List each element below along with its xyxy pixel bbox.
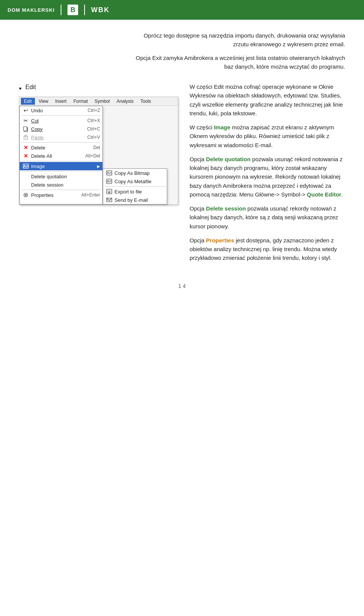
menu-item-properties[interactable]: Properties Alt+Enter xyxy=(20,191,102,199)
menu-item-paste[interactable]: Paste Ctrl+V xyxy=(20,133,102,141)
export-icon xyxy=(105,188,113,195)
logo-wbk-text: WBK xyxy=(91,6,110,14)
menu-item-properties-shortcut: Alt+Enter xyxy=(81,192,100,198)
submenu-arrow: ▶ xyxy=(97,164,100,168)
submenu-item-copy-metafile[interactable]: Copy As Metafile xyxy=(103,177,167,185)
right-p3: Opcja Delete quotation pozwala usunąć re… xyxy=(190,155,345,199)
submenu-item-email-label: Send by E-mail xyxy=(115,197,148,203)
menu-screenshot: Edit View Insert Format Symbol Analysis … xyxy=(19,97,178,205)
separator1 xyxy=(21,115,101,116)
menu-item-delete-session[interactable]: Delete session xyxy=(20,181,102,189)
menu-bar-insert[interactable]: Insert xyxy=(52,98,69,105)
svg-rect-8 xyxy=(107,171,112,175)
intro-p1: Oprócz tego dostępne są narzędzia import… xyxy=(133,31,345,49)
submenu-item-copy-bitmap[interactable]: Copy As Bitmap xyxy=(103,169,167,177)
svg-rect-10 xyxy=(107,179,112,184)
menu-item-copy[interactable]: Copy Ctrl+C xyxy=(20,125,102,133)
menu-item-delete[interactable]: ✕ Delete Del xyxy=(20,143,102,152)
paste-icon xyxy=(22,134,30,141)
menu-item-delete-shortcut: Del xyxy=(93,145,100,150)
menu-item-undo-label: Undo xyxy=(31,108,76,113)
copy-bitmap-icon xyxy=(105,169,113,177)
menu-item-paste-shortcut: Ctrl+V xyxy=(87,135,100,140)
menu-item-undo-shortcut: Ctrl+Z xyxy=(88,108,100,113)
intro-p2: Opcja Exit zamyka Amibrokera a wcześniej… xyxy=(133,53,345,71)
dropdown-area: ↩ Undo Ctrl+Z ✂ Cut Ctrl+X xyxy=(19,106,178,204)
image-icon xyxy=(22,162,30,170)
header: DOM MAKLERSKI B WBK xyxy=(0,0,364,20)
menu-item-cut-shortcut: Ctrl+X xyxy=(87,118,100,123)
submenu-separator xyxy=(105,186,165,187)
deleteall-icon: ✕ xyxy=(22,152,30,160)
menu-item-image[interactable]: Image ▶ xyxy=(20,162,102,170)
submenu-item-copy-bitmap-label: Copy As Bitmap xyxy=(115,170,150,176)
bullet: • xyxy=(19,85,22,92)
logo-divider2 xyxy=(84,5,85,15)
menu-item-properties-label: Properties xyxy=(31,192,70,198)
dropdown-menu: ↩ Undo Ctrl+Z ✂ Cut Ctrl+X xyxy=(19,106,103,204)
email-icon xyxy=(105,196,113,204)
menu-item-cut[interactable]: ✂ Cut Ctrl+X xyxy=(20,116,102,125)
main-content: Oprócz tego dostępne są narzędzia import… xyxy=(0,20,364,312)
menu-item-deleteall-label: Delete All xyxy=(31,153,74,159)
menu-bar-symbol[interactable]: Symbol xyxy=(92,98,113,105)
right-p2: W części Image można zapisać zrzut ekran… xyxy=(190,123,345,149)
submenu: Copy As Bitmap Copy As Metafile xyxy=(103,168,167,204)
logo-b: B xyxy=(67,5,78,15)
separator2 xyxy=(21,142,101,143)
menu-bar-analysis[interactable]: Analysis xyxy=(114,98,137,105)
right-text: W części Edit można cofnąć operacje wyko… xyxy=(190,82,345,268)
menu-item-delete-session-label: Delete session xyxy=(31,182,100,188)
separator4 xyxy=(21,171,101,171)
right-p4: Opcja Delete session pozwala usunąć reko… xyxy=(190,204,345,231)
delete-quotation-icon xyxy=(22,173,30,180)
menu-item-paste-label: Paste xyxy=(31,135,76,140)
separator3 xyxy=(21,161,101,161)
copy-metafile-icon xyxy=(105,178,113,185)
menu-item-delete-label: Delete xyxy=(31,145,82,151)
submenu-item-export[interactable]: Export to file xyxy=(103,187,167,196)
menu-item-deleteall[interactable]: ✕ Delete All Alt+Del xyxy=(20,152,102,160)
svg-rect-3 xyxy=(25,135,27,137)
menu-bar-view[interactable]: View xyxy=(36,98,52,105)
footer: 1 4 xyxy=(19,283,345,297)
edit-section: • Edit Edit View Insert Format Symbol An… xyxy=(19,82,345,268)
intro-text-block: Oprócz tego dostępne są narzędzia import… xyxy=(133,31,345,71)
menu-item-copy-shortcut: Ctrl+C xyxy=(87,126,100,132)
menu-bar-tools[interactable]: Tools xyxy=(137,98,154,105)
delete-icon: ✕ xyxy=(22,144,30,151)
edit-bullet-area: • Edit xyxy=(19,82,49,92)
copy-icon xyxy=(22,125,30,133)
menu-bar-format[interactable]: Format xyxy=(71,98,91,105)
logo-dom-text: DOM MAKLERSKI xyxy=(8,7,55,13)
right-p5: Opcja Properties jest dostępna, gdy zazn… xyxy=(190,236,345,262)
menu-item-deleteall-shortcut: Alt+Del xyxy=(85,153,100,159)
svg-point-9 xyxy=(108,172,108,173)
svg-point-7 xyxy=(25,194,27,196)
submenu-wrapper: Copy As Bitmap Copy As Metafile xyxy=(103,168,167,204)
properties-icon xyxy=(22,191,30,199)
logo-divider xyxy=(61,5,61,15)
menu-item-delete-quotation-label: Delete quotation xyxy=(31,174,100,179)
delete-session-icon xyxy=(22,181,30,189)
menu-item-image-label: Image xyxy=(31,163,63,169)
page-number: 1 4 xyxy=(178,283,185,289)
separator5 xyxy=(21,190,101,190)
menu-item-undo[interactable]: ↩ Undo Ctrl+Z xyxy=(20,106,102,115)
menu-item-delete-quotation[interactable]: Delete quotation xyxy=(20,172,102,181)
edit-label: Edit xyxy=(25,84,36,91)
svg-point-11 xyxy=(108,180,108,181)
submenu-item-email[interactable]: Send by E-mail xyxy=(103,196,167,204)
svg-rect-1 xyxy=(24,127,27,131)
logo: DOM MAKLERSKI B WBK xyxy=(8,5,110,15)
svg-point-5 xyxy=(24,165,25,166)
menu-item-copy-label: Copy xyxy=(31,126,76,132)
menu-item-cut-label: Cut xyxy=(31,118,76,124)
menu-bar-edit[interactable]: Edit xyxy=(21,98,35,105)
left-column: • Edit Edit View Insert Format Symbol An… xyxy=(19,82,178,205)
submenu-item-export-label: Export to file xyxy=(115,189,142,195)
cut-icon: ✂ xyxy=(22,117,30,124)
right-p1: W części Edit można cofnąć operacje wyko… xyxy=(190,82,345,118)
undo-icon: ↩ xyxy=(22,107,30,114)
submenu-item-copy-metafile-label: Copy As Metafile xyxy=(115,179,152,184)
